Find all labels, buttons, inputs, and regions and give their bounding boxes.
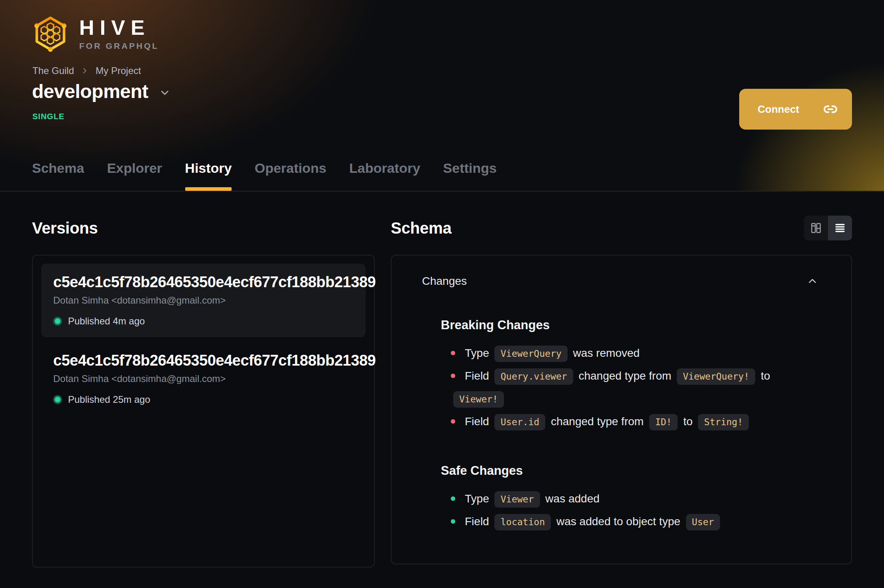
published-status-dot-icon xyxy=(53,317,62,326)
target-name: development xyxy=(32,80,148,102)
change-text: was added to object type xyxy=(553,515,683,528)
change-item: Field User.id changed type from ID! to S… xyxy=(451,410,814,433)
version-hash: c5e4c1c5f78b26465350e4ecf677cf188bb21389 xyxy=(53,352,354,369)
breadcrumb-project[interactable]: My Project xyxy=(96,65,141,76)
changes-panel: Changes Breaking ChangesType ViewerQuery… xyxy=(391,255,852,564)
breaking-changes-list: Type ViewerQuery was removed Field Query… xyxy=(451,342,814,433)
tab-schema[interactable]: Schema xyxy=(32,160,84,191)
change-text: changed type from xyxy=(576,370,674,382)
target-selector[interactable]: development xyxy=(32,80,171,102)
code-chip: ViewerQuery xyxy=(494,346,567,362)
changes-body: Breaking ChangesType ViewerQuery was rem… xyxy=(392,318,851,533)
version-author: Dotan Simha <dotansimha@gmail.com> xyxy=(53,295,354,306)
code-chip: User.id xyxy=(494,414,545,430)
change-text: Type xyxy=(465,492,492,505)
breaking-changes-title: Breaking Changes xyxy=(441,318,814,332)
code-chip: ViewerQuery! xyxy=(677,368,755,385)
code-chip: User xyxy=(686,514,720,530)
breadcrumb: The Guild My Project xyxy=(32,65,141,76)
change-item: Type ViewerQuery was removed xyxy=(451,342,814,365)
schema-column: Schema xyxy=(391,216,852,568)
main-content: Versions c5e4c1c5f78b26465350e4ecf677cf1… xyxy=(0,192,884,568)
code-chip: location xyxy=(494,514,551,530)
tab-operations[interactable]: Operations xyxy=(255,160,326,191)
split-view-button[interactable] xyxy=(804,216,828,240)
version-status-text: Published 25m ago xyxy=(68,394,150,405)
version-card[interactable]: c5e4c1c5f78b26465350e4ecf677cf188bb21389… xyxy=(41,342,366,416)
version-status: Published 25m ago xyxy=(53,394,354,405)
version-hash: c5e4c1c5f78b26465350e4ecf677cf188bb21389 xyxy=(53,273,354,291)
published-status-dot-icon xyxy=(53,395,62,404)
change-text: was removed xyxy=(570,347,640,359)
change-text: Type xyxy=(465,347,492,359)
chevron-right-icon xyxy=(80,66,89,75)
schema-title: Schema xyxy=(391,219,452,237)
hive-logo[interactable]: HIVE FOR GRAPHQL xyxy=(32,15,159,52)
chevron-up-icon xyxy=(806,275,818,287)
brand-name: HIVE xyxy=(79,17,159,38)
version-card[interactable]: c5e4c1c5f78b26465350e4ecf677cf188bb21389… xyxy=(41,264,366,337)
list-view-button[interactable] xyxy=(828,216,852,240)
change-text: Field xyxy=(465,370,492,382)
version-author: Dotan Simha <dotansimha@gmail.com> xyxy=(53,373,354,384)
version-status: Published 4m ago xyxy=(53,316,354,327)
columns-icon xyxy=(810,222,822,234)
bullet-icon xyxy=(451,519,455,524)
code-chip: ID! xyxy=(649,414,678,430)
code-chip: String! xyxy=(698,414,749,430)
change-item: Type Viewer was added xyxy=(451,488,814,510)
change-text: to xyxy=(680,415,696,428)
tab-laboratory[interactable]: Laboratory xyxy=(349,160,420,191)
brand-tagline: FOR GRAPHQL xyxy=(79,42,159,50)
code-chip: Query.viewer xyxy=(494,368,573,385)
link-icon xyxy=(823,102,838,116)
versions-panel: c5e4c1c5f78b26465350e4ecf677cf188bb21389… xyxy=(32,255,375,568)
versions-title: Versions xyxy=(32,219,98,237)
tab-history[interactable]: History xyxy=(185,160,232,191)
tab-settings[interactable]: Settings xyxy=(443,160,497,191)
changes-collapse-header[interactable]: Changes xyxy=(392,256,851,288)
code-chip: Viewer! xyxy=(453,391,504,408)
connect-button-label: Connect xyxy=(758,103,799,116)
tab-explorer[interactable]: Explorer xyxy=(107,160,162,191)
page-header: HIVE FOR GRAPHQL The Guild My Project de… xyxy=(0,0,884,192)
brand-text: HIVE FOR GRAPHQL xyxy=(79,17,159,50)
versions-column: Versions c5e4c1c5f78b26465350e4ecf677cf1… xyxy=(32,216,375,568)
code-chip: Viewer xyxy=(494,491,540,508)
list-icon xyxy=(834,222,846,234)
changes-title: Changes xyxy=(422,275,467,288)
breadcrumb-org[interactable]: The Guild xyxy=(32,65,74,76)
connect-button[interactable]: Connect xyxy=(739,89,852,130)
change-text: Field xyxy=(465,515,492,528)
change-text: changed type from xyxy=(548,415,646,428)
safe-changes-list: Type Viewer was added Field location was… xyxy=(451,488,814,533)
safe-changes-title: Safe Changes xyxy=(441,464,814,478)
chevron-down-icon xyxy=(159,87,171,100)
change-item: Field location was added to object type … xyxy=(451,510,814,533)
change-text: was added xyxy=(542,492,600,505)
tab-bar: SchemaExplorerHistoryOperationsLaborator… xyxy=(32,160,497,191)
view-mode-toggle xyxy=(804,216,852,240)
bullet-icon xyxy=(451,351,455,355)
change-text: Field xyxy=(465,415,492,428)
bullet-icon xyxy=(451,419,455,424)
change-text: to xyxy=(758,370,770,382)
hive-logo-icon xyxy=(32,15,69,52)
target-mode-badge: SINGLE xyxy=(32,112,64,121)
change-item: Field Query.viewer changed type from Vie… xyxy=(451,365,814,410)
version-status-text: Published 4m ago xyxy=(68,316,145,327)
bullet-icon xyxy=(451,496,455,501)
bullet-icon xyxy=(451,374,455,378)
